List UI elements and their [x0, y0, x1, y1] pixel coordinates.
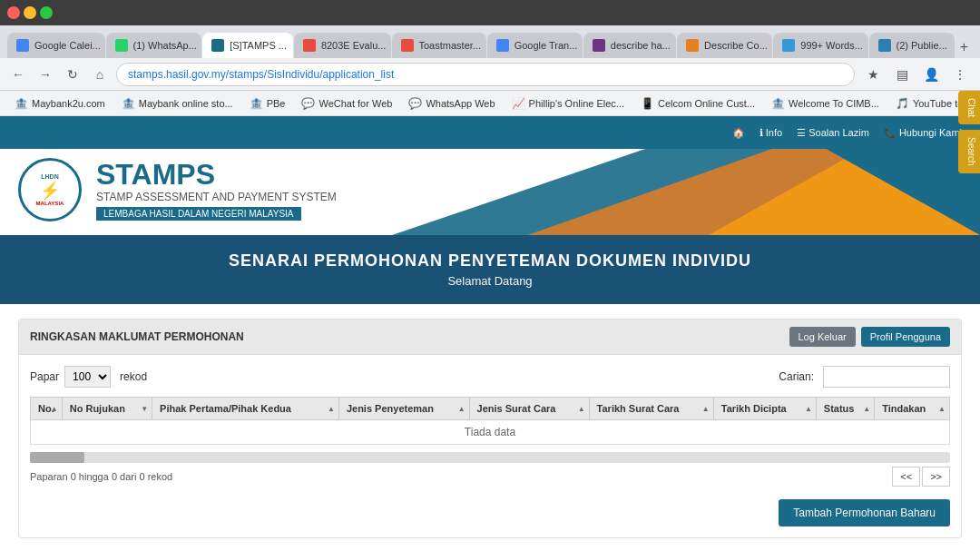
- tambah-permohonan-button[interactable]: Tambah Permohonan Baharu: [779, 499, 950, 526]
- panel-header: RINGKASAN MAKLUMAT PERMOHONAN Log Keluar…: [19, 320, 961, 355]
- back-button[interactable]: ←: [7, 64, 29, 85]
- browser-tab-6[interactable]: Google Tran... ✕: [487, 33, 583, 58]
- data-table: No. ▲ No Rujukan ▼ Pihak Pertama/Pihak K…: [30, 397, 950, 445]
- col-jenis-penyeteman-label: Jenis Penyeteman: [347, 403, 434, 414]
- chat-panel-tab[interactable]: Chat: [958, 91, 980, 124]
- bookmark-whatsapp[interactable]: 💬WhatsApp Web: [401, 95, 502, 112]
- bookmark-wechat[interactable]: 💬WeChat for Web: [294, 95, 399, 112]
- scroll-thumb[interactable]: [30, 452, 84, 463]
- sort-icon-no-rujukan: ▼: [141, 405, 148, 413]
- controls-row: Papar 10 25 50 100 rekod Carian:: [30, 366, 950, 388]
- page-content: 🏠 ℹ Info ☰ Soalan Lazim 📞 Hubungi Kami L…: [0, 116, 980, 551]
- bookmark-phillip[interactable]: 📈Phillip's Online Elec...: [505, 95, 632, 112]
- tab-favicon-1: [16, 39, 29, 52]
- bookmark-celcom[interactable]: 📱Celcom Online Cust...: [633, 95, 762, 112]
- bookmark-favicon-3: 🏦: [250, 97, 263, 110]
- col-tarikh-dicipta-label: Tarikh Dicipta: [721, 403, 787, 414]
- col-no[interactable]: No. ▲: [31, 398, 63, 420]
- browser-tab-2[interactable]: (1) WhatsAp... ✕: [106, 33, 202, 58]
- col-jenis-surat-cara[interactable]: Jenis Surat Cara ▲: [469, 398, 589, 420]
- col-pihak-pertama-label: Pihak Pertama/Pihak Kedua: [160, 403, 291, 414]
- tab-favicon-5: [401, 39, 414, 52]
- url-bar[interactable]: stamps.hasil.gov.my/stamps/SisIndividu/a…: [116, 63, 855, 86]
- col-tindakan-label: Tindakan: [882, 403, 926, 414]
- search-panel-tab[interactable]: Search: [958, 130, 980, 173]
- bookmark-favicon-5: 💬: [408, 97, 422, 110]
- col-jenis-penyeteman[interactable]: Jenis Penyeteman ▲: [338, 398, 469, 420]
- stamps-title: STAMPS: [96, 160, 337, 189]
- search-input[interactable]: [823, 366, 950, 388]
- header-title-block: STAMPS STAMP ASSESSMENT AND PAYMENT SYST…: [96, 160, 337, 221]
- tab-favicon-7: [593, 39, 605, 52]
- bookmark-maybank-online[interactable]: 🏦Maybank online sto...: [114, 95, 240, 112]
- scroll-track[interactable]: [30, 452, 950, 463]
- bookmark-pbe[interactable]: 🏦PBe: [242, 95, 293, 112]
- browser-tab-9[interactable]: 999+ Words... ✕: [773, 33, 867, 58]
- hubungi-nav-item[interactable]: 📞 Hubungi Kami: [884, 127, 962, 139]
- sort-icon-status: ▲: [863, 405, 870, 413]
- browser-tab-3[interactable]: [S]TAMPS ... ✕: [202, 33, 293, 58]
- col-tarikh-surat-cara[interactable]: Tarikh Surat Cara ▲: [589, 398, 713, 420]
- main-panel: RINGKASAN MAKLUMAT PERMOHONAN Log Keluar…: [18, 319, 962, 538]
- sort-icon-jenis-penyeteman: ▲: [458, 405, 466, 413]
- new-tab-button[interactable]: +: [956, 36, 973, 58]
- browser-tab-5[interactable]: Toastmaster... ✕: [392, 33, 486, 58]
- no-data-row: Tiada data: [31, 420, 950, 445]
- log-keluar-button[interactable]: Log Keluar: [789, 327, 856, 347]
- top-nav: 🏠 ℹ Info ☰ Soalan Lazim 📞 Hubungi Kami: [0, 116, 980, 149]
- extension-button[interactable]: ▤: [889, 62, 915, 87]
- rekod-label: rekod: [120, 370, 147, 383]
- bookmark-maybank2u[interactable]: 🏦Maybank2u.com: [7, 95, 113, 112]
- soalan-lazim-nav-item[interactable]: ☰ Soalan Lazim: [797, 127, 869, 139]
- browser-tab-10[interactable]: (2) Publie... ✕: [869, 33, 956, 58]
- browser-tab-7[interactable]: describe ha... ✕: [583, 33, 676, 58]
- sort-icon-jenis-surat: ▲: [578, 405, 585, 413]
- browser-tab-4[interactable]: 8203E Evalu... ✕: [294, 33, 391, 58]
- home-nav-item[interactable]: 🏠: [732, 127, 745, 139]
- col-tarikh-surat-cara-label: Tarikh Surat Cara: [597, 403, 680, 414]
- browser-tab-1[interactable]: Google Calei... ✕: [7, 33, 105, 58]
- col-status[interactable]: Status ▲: [816, 398, 874, 420]
- col-pihak-pertama[interactable]: Pihak Pertama/Pihak Kedua ▲: [152, 398, 339, 420]
- home-button[interactable]: ⌂: [89, 64, 111, 85]
- tab-label-5: Toastmaster...: [419, 40, 481, 51]
- reload-button[interactable]: ↻: [62, 64, 83, 85]
- carian-label: Carian:: [779, 370, 814, 383]
- section-subtitle: Selamat Datang: [18, 274, 962, 288]
- bookmark-star-button[interactable]: ★: [860, 62, 886, 87]
- tab-favicon-10: [878, 39, 891, 52]
- no-data-cell: Tiada data: [31, 420, 950, 445]
- profile-button[interactable]: 👤: [918, 62, 944, 87]
- next-page-button[interactable]: >>: [922, 467, 950, 487]
- url-text: stamps.hasil.gov.my/stamps/SisIndividu/a…: [128, 68, 394, 81]
- col-jenis-surat-cara-label: Jenis Surat Cara: [477, 403, 556, 414]
- minimize-window-button[interactable]: [24, 6, 36, 19]
- col-tindakan[interactable]: Tindakan ▲: [875, 398, 950, 420]
- tab-favicon-9: [782, 39, 795, 52]
- prev-page-button[interactable]: <<: [892, 467, 920, 487]
- maximize-window-button[interactable]: [40, 6, 53, 19]
- section-title-bar: SENARAI PERMOHONAN PENYETEMAN DOKUMEN IN…: [0, 235, 980, 304]
- settings-button[interactable]: ⋮: [947, 62, 973, 87]
- close-window-button[interactable]: [7, 6, 20, 19]
- page-header: LHDN ⚡ MALAYSIA STAMPS STAMP ASSESSMENT …: [0, 149, 980, 235]
- col-no-rujukan-label: No Rujukan: [70, 403, 125, 414]
- bookmark-favicon-2: 🏦: [122, 97, 135, 110]
- records-select[interactable]: 10 25 50 100: [64, 366, 111, 388]
- info-nav-item[interactable]: ℹ Info: [760, 127, 782, 139]
- table-header: No. ▲ No Rujukan ▼ Pihak Pertama/Pihak K…: [31, 398, 950, 420]
- pagination-info: Paparan 0 hingga 0 dari 0 rekod: [30, 471, 172, 482]
- tabs-bar: Google Calei... ✕ (1) WhatsAp... ✕ [S]TA…: [0, 25, 980, 58]
- profil-pengguna-button[interactable]: Profil Pengguna: [861, 327, 950, 347]
- panel-body: Papar 10 25 50 100 rekod Carian:: [19, 355, 961, 537]
- panel-title: RINGKASAN MAKLUMAT PERMOHONAN: [30, 330, 244, 343]
- col-tarikh-dicipta[interactable]: Tarikh Dicipta ▲: [713, 398, 816, 420]
- forward-button[interactable]: →: [34, 64, 56, 85]
- col-no-rujukan[interactable]: No Rujukan ▼: [62, 398, 152, 420]
- stamps-subtitle: STAMP ASSESSMENT AND PAYMENT SYSTEM: [96, 191, 337, 203]
- browser-tab-8[interactable]: Describe Co... ✕: [677, 33, 772, 58]
- bookmark-favicon-1: 🏦: [15, 97, 28, 110]
- panel-header-buttons: Log Keluar Profil Pengguna: [789, 327, 951, 347]
- pagination-row: Paparan 0 hingga 0 dari 0 rekod << >>: [30, 467, 950, 487]
- bookmark-cimb[interactable]: 🏦Welcome To CIMB...: [764, 95, 887, 112]
